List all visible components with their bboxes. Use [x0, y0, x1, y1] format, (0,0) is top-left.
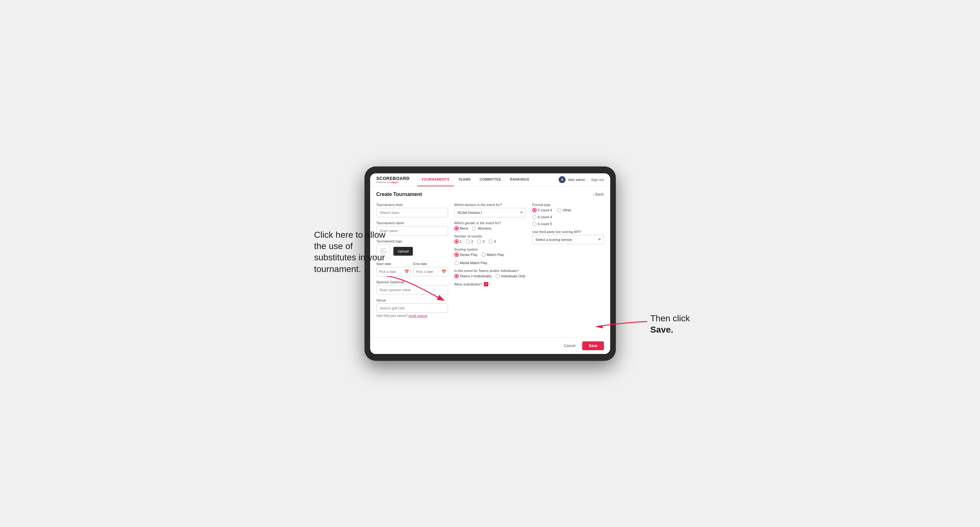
format-6count5-label: 6 count 5: [538, 222, 552, 226]
rounds-3-radio[interactable]: [477, 239, 481, 244]
tournament-name-label: Tournament name: [376, 221, 448, 225]
rounds-1-radio[interactable]: [454, 239, 459, 244]
rounds-3[interactable]: 3: [477, 239, 485, 244]
rounds-4-radio[interactable]: [488, 239, 493, 244]
format-6count5-radio[interactable]: [532, 222, 537, 226]
gender-womens[interactable]: Womens: [472, 226, 491, 230]
format-options: 5 count 4 Other: [532, 208, 604, 226]
rounds-1[interactable]: 1: [454, 239, 462, 244]
scoring-stroke-radio[interactable]: [454, 252, 459, 257]
venue-input[interactable]: [376, 303, 448, 313]
division-select[interactable]: NCAA Division I: [454, 208, 526, 217]
format-type-label: Format type: [532, 203, 604, 206]
email-support-link[interactable]: email support: [409, 314, 427, 317]
nav-tournaments[interactable]: TOURNAMENTS: [417, 173, 454, 187]
event-teams-label: Teams (+Individuals): [460, 274, 492, 278]
nav-committee[interactable]: COMMITTEE: [475, 173, 506, 187]
substitutes-checkbox-label[interactable]: Allow substitutes? ✓: [454, 282, 526, 286]
nav-teams[interactable]: TEAMS: [454, 173, 475, 187]
tournament-name-field: Tournament name: [376, 221, 448, 235]
format-6count5[interactable]: 6 count 5: [532, 222, 552, 226]
event-teams[interactable]: Teams (+Individuals): [454, 274, 492, 278]
cancel-button[interactable]: Cancel: [560, 342, 579, 350]
logo-scoreboard: SCOREBOARD: [376, 176, 410, 181]
scoring-match-radio[interactable]: [481, 252, 486, 257]
scoring-api-select[interactable]: Select a scoring service: [532, 235, 604, 244]
event-type-label: Is this event for Teams and/or Individua…: [454, 269, 526, 273]
logo-area: SCOREBOARD Powered by clippd: [376, 176, 410, 184]
annotation-right: Then click Save.: [651, 313, 713, 336]
event-individuals[interactable]: Individuals Only: [495, 274, 526, 278]
format-other-radio[interactable]: [557, 208, 562, 212]
gender-mens-label: Mens: [460, 227, 468, 230]
format-row-3: 6 count 5: [532, 222, 604, 226]
upload-button[interactable]: Upload: [393, 247, 413, 256]
division-field: Which division is the event for? NCAA Di…: [454, 203, 526, 217]
format-6count4[interactable]: 6 count 4: [532, 215, 552, 219]
right-section: Format type 5 count 4 Other: [532, 203, 604, 317]
scoring-stroke[interactable]: Stroke Play: [454, 252, 477, 257]
rounds-2[interactable]: 2: [466, 239, 473, 244]
gender-radio-group: Mens Womens: [454, 226, 526, 230]
save-button[interactable]: Save: [582, 341, 604, 350]
tournament-logo-field: Tournament logo Upload: [376, 239, 448, 258]
tablet-screen: SCOREBOARD Powered by clippd TOURNAMENTS…: [370, 173, 610, 354]
start-calendar-icon: 📅: [404, 270, 409, 274]
gender-field: Which gender is the event for? Mens Wome…: [454, 221, 526, 230]
sign-out-link[interactable]: Sign out: [591, 178, 604, 181]
tournament-host-field: Tournament Host: [376, 203, 448, 217]
navbar: SCOREBOARD Powered by clippd TOURNAMENTS…: [370, 173, 610, 187]
format-5count4[interactable]: 5 count 4: [532, 208, 552, 212]
rounds-field: Number of rounds 1 2: [454, 234, 526, 244]
scoring-medal-label: Medal Match Play: [460, 261, 487, 265]
rounds-2-label: 2: [471, 240, 473, 243]
rounds-4-label: 4: [494, 240, 496, 243]
gender-mens-radio[interactable]: [454, 226, 459, 230]
rounds-4[interactable]: 4: [488, 239, 496, 244]
scoring-match[interactable]: Match Play: [481, 252, 504, 257]
gender-mens[interactable]: Mens: [454, 226, 468, 230]
start-date-wrap: 📅: [376, 267, 411, 276]
logo-upload-area: Upload: [376, 244, 448, 258]
scoring-match-label: Match Play: [487, 253, 504, 257]
venue-help: Can't find your venue? email support: [376, 314, 448, 317]
nav-separator: |: [587, 178, 589, 181]
scoring-label: Scoring system: [454, 248, 526, 251]
rounds-radio-group: 1 2 3: [454, 239, 526, 244]
event-teams-radio[interactable]: [454, 274, 459, 278]
format-other[interactable]: Other: [557, 208, 571, 212]
rounds-3-label: 3: [483, 240, 485, 243]
event-type-field: Is this event for Teams and/or Individua…: [454, 269, 526, 278]
nav-rankings[interactable]: RANKINGS: [506, 173, 533, 187]
tournament-host-input[interactable]: [376, 208, 448, 217]
page-header: Create Tournament ‹ Back: [376, 192, 604, 197]
event-individuals-radio[interactable]: [495, 274, 500, 278]
gender-womens-label: Womens: [477, 227, 491, 230]
end-date-field: End date 📅: [414, 262, 448, 276]
scoring-medal-radio[interactable]: [454, 261, 459, 265]
format-type-field: Format type 5 count 4 Other: [532, 203, 604, 226]
scoring-medal[interactable]: Medal Match Play: [454, 261, 487, 265]
scoring-api-label: Use third-party live scoring API?: [532, 230, 604, 234]
substitutes-checkbox[interactable]: ✓: [484, 282, 488, 286]
nav-right: B blair admin | Sign out: [558, 176, 604, 183]
format-6count4-label: 6 count 4: [538, 215, 552, 219]
end-date-wrap: 📅: [414, 267, 448, 276]
format-other-label: Other: [563, 208, 571, 212]
tournament-host-label: Tournament Host: [376, 203, 448, 206]
scoring-radio-group: Stroke Play Match Play Medal Match Play: [454, 252, 526, 265]
rounds-2-radio[interactable]: [466, 239, 470, 244]
gender-womens-radio[interactable]: [472, 226, 476, 230]
middle-section: Which division is the event for? NCAA Di…: [454, 203, 526, 317]
annotation-left: Click here to allow the use of substitut…: [314, 229, 387, 275]
end-calendar-icon: 📅: [441, 270, 446, 274]
event-individuals-label: Individuals Only: [501, 274, 526, 278]
form-footer: Cancel Save: [370, 337, 610, 354]
rounds-label: Number of rounds: [454, 234, 526, 238]
format-5count4-radio[interactable]: [532, 208, 537, 212]
back-link[interactable]: ‹ Back: [593, 192, 604, 197]
format-6count4-radio[interactable]: [532, 215, 537, 219]
substitutes-field: Allow substitutes? ✓: [454, 282, 526, 286]
tournament-name-input[interactable]: [376, 226, 448, 235]
scoring-stroke-label: Stroke Play: [460, 253, 477, 257]
